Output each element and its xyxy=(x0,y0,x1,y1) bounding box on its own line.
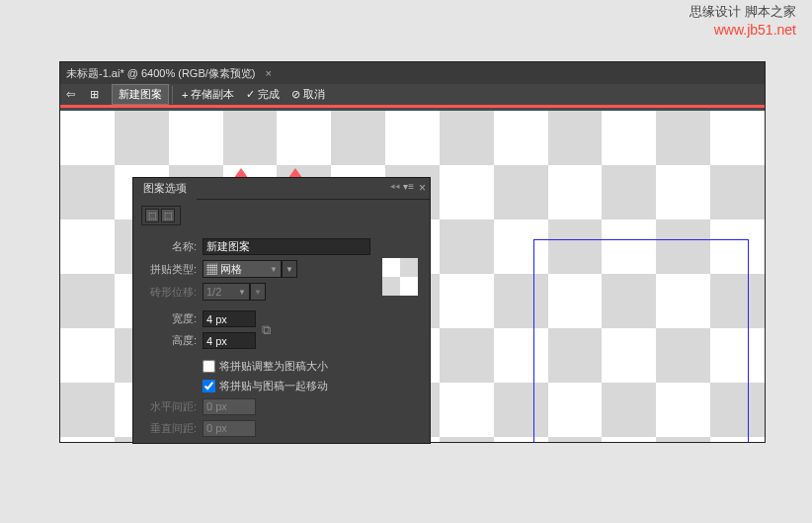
tile-type-drop[interactable]: ▼ xyxy=(282,260,297,278)
pattern-options-panel[interactable]: 图案选项 ◂◂ ▾≡ × ⬚⬚ 名称: 拼贴类型: ▦ 网格▼ ▼ 砖形位移: … xyxy=(132,177,431,444)
tile-edge-icon[interactable]: ⬚ xyxy=(145,209,159,222)
save-copy-button[interactable]: +存储副本 xyxy=(176,87,240,102)
vspace-input: 0 px xyxy=(203,420,256,437)
wm-line1: 思缘设计 脚本之家 xyxy=(690,4,796,21)
mode-label: 新建图案 xyxy=(112,84,169,105)
tile-edge-icon[interactable]: ⬚ xyxy=(161,209,175,222)
plus-icon: + xyxy=(182,89,188,101)
tile-bounding-box[interactable] xyxy=(533,239,749,442)
check-icon: ✓ xyxy=(246,88,255,101)
swatch-icon: ⊞ xyxy=(90,88,99,101)
done-label: 完成 xyxy=(258,87,280,102)
panel-close-icon[interactable]: × xyxy=(419,181,426,195)
grid-icon: ▦ xyxy=(206,263,220,275)
name-input[interactable] xyxy=(203,238,370,255)
tile-preview-swatch xyxy=(382,258,418,296)
document-tab[interactable]: 未标题-1.ai* @ 6400% (RGB/像素预览) xyxy=(66,66,256,81)
tile-type-label: 拼贴类型: xyxy=(147,262,197,277)
cb2-label: 将拼贴与图稿一起移动 xyxy=(219,379,328,393)
brick-offset-select: 1/2▼ xyxy=(203,283,250,301)
pattern-action-bar: ⇦ ⊞ 新建图案 +存储副本 ✓完成 ⊘取消 xyxy=(60,84,765,108)
hspace-input: 0 px xyxy=(203,398,256,415)
chevron-down-icon: ▼ xyxy=(270,265,278,274)
vspace-label: 垂直间距: xyxy=(147,421,197,436)
height-label: 高度: xyxy=(147,333,197,348)
width-input[interactable] xyxy=(203,310,256,327)
collapse-icon[interactable]: ◂◂ xyxy=(390,181,400,191)
brick-offset-label: 砖形位移: xyxy=(147,285,197,300)
tile-type-value: 网格 xyxy=(220,263,242,275)
cb1-label: 将拼贴调整为图稿大小 xyxy=(219,359,328,374)
separator xyxy=(172,86,173,104)
tile-type-select[interactable]: ▦ 网格▼ xyxy=(203,260,282,278)
wm-line2: www.jb51.net xyxy=(690,21,796,39)
panel-body: ⬚⬚ 名称: 拼贴类型: ▦ 网格▼ ▼ 砖形位移: 1/2▼ ▼ 宽度: xyxy=(133,200,430,446)
link-dimensions-icon[interactable]: ⧉ xyxy=(262,322,271,338)
panel-title[interactable]: 图案选项 xyxy=(133,178,197,200)
name-label: 名称: xyxy=(147,239,197,254)
tile-tool-buttons[interactable]: ⬚⬚ xyxy=(141,206,181,225)
brick-offset-drop: ▼ xyxy=(250,283,266,301)
cancel-icon: ⊘ xyxy=(291,88,300,101)
cancel-label: 取消 xyxy=(303,87,325,102)
cancel-button[interactable]: ⊘取消 xyxy=(285,87,331,102)
panel-header: 图案选项 ◂◂ ▾≡ × xyxy=(133,178,430,200)
close-tab-icon[interactable]: × xyxy=(266,67,272,79)
back-button[interactable]: ⇦ xyxy=(60,88,84,101)
move-with-art-checkbox[interactable] xyxy=(203,380,215,392)
height-input[interactable] xyxy=(203,332,256,349)
size-to-art-checkbox[interactable] xyxy=(203,360,215,373)
tab-bar: 未标题-1.ai* @ 6400% (RGB/像素预览) × xyxy=(60,62,765,84)
arrow-left-icon: ⇦ xyxy=(66,88,75,101)
done-button[interactable]: ✓完成 xyxy=(240,87,285,102)
width-label: 宽度: xyxy=(147,311,197,326)
panel-menu-icon[interactable]: ▾≡ xyxy=(403,181,414,192)
chevron-down-icon: ▼ xyxy=(238,288,246,297)
brick-offset-value: 1/2 xyxy=(206,286,221,298)
save-label: 存储副本 xyxy=(191,87,234,102)
watermark: 思缘设计 脚本之家 www.jb51.net xyxy=(690,4,796,39)
hue-icon[interactable]: ⊞ xyxy=(84,88,108,101)
hspace-label: 水平间距: xyxy=(147,399,197,414)
